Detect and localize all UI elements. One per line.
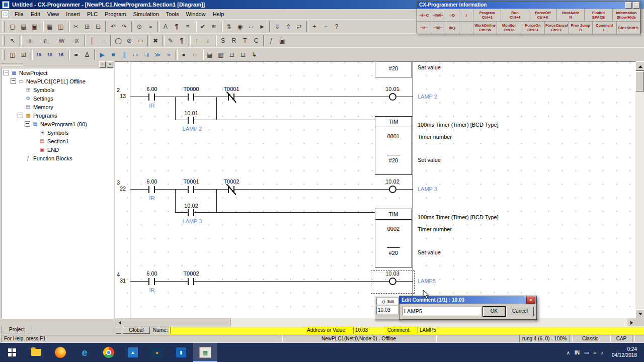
new-icon[interactable]: ▢	[7, 22, 18, 32]
output-coil[interactable]	[389, 278, 396, 285]
toolbar-grip[interactable]	[2, 36, 5, 46]
menu-item[interactable]: PLC	[84, 10, 101, 19]
symbol-table-icon[interactable]: A	[160, 22, 171, 32]
edit-comment-icon[interactable]: ✎	[165, 36, 176, 46]
tree-item-function-blocks[interactable]: ƒ Function Blocks	[2, 154, 113, 162]
print-preview-icon[interactable]: ◫	[55, 22, 66, 32]
copy-icon[interactable]: ⊞	[82, 22, 93, 32]
show-annotations-icon[interactable]: ▥	[215, 50, 226, 60]
new-coil-icon[interactable]: ◯	[113, 36, 124, 46]
volume-icon[interactable]: ♪	[601, 350, 603, 355]
watch-window-icon[interactable]: ≍	[70, 50, 82, 60]
redo-icon[interactable]: ↷	[119, 22, 130, 32]
step-over-icon[interactable]: ⇉	[141, 50, 152, 60]
tree-item-symbols[interactable]: ⊞ Symbols	[2, 85, 113, 94]
comment-field[interactable]: LAMP5	[418, 327, 644, 334]
contact[interactable]	[188, 117, 194, 124]
new-or-contact-icon[interactable]: ⊣W	[52, 36, 67, 46]
menu-item[interactable]: File	[11, 10, 27, 19]
new-closed-coil-icon[interactable]: ⊘	[124, 36, 135, 46]
network-icon[interactable]: ≈	[593, 350, 596, 355]
monitor-hex-icon[interactable]: ⊟	[237, 50, 249, 60]
selection-arrow-icon[interactable]: ↖	[7, 36, 18, 46]
new-closed-or-contact-icon[interactable]: ⊣X	[67, 36, 83, 46]
address-field[interactable]: 10.03	[353, 327, 385, 334]
taskbar-file-explorer[interactable]	[24, 343, 48, 362]
dialog-titlebar[interactable]: Edit Comment (1/1) : 10.03 ×	[399, 296, 536, 304]
taskbar-blue-app[interactable]: ▮	[169, 343, 193, 362]
toolbar-separator[interactable]	[262, 36, 266, 46]
toolbar-separator[interactable]	[29, 50, 33, 60]
zoom-out-icon[interactable]: −	[320, 22, 331, 32]
watch-handle[interactable]	[116, 327, 121, 334]
show-rung-comments-icon[interactable]: ▤	[204, 50, 215, 60]
toolbar-separator[interactable]	[40, 22, 44, 32]
contact[interactable]	[188, 94, 194, 101]
tree-item-section1[interactable]: ▤ Section1	[2, 137, 113, 145]
contact[interactable]	[148, 186, 155, 193]
tile-windows-icon[interactable]: ⊞	[18, 50, 29, 60]
tree-item-settings[interactable]: ⚙ Settings	[2, 94, 113, 103]
start-button[interactable]	[0, 343, 24, 362]
decimal-format-icon[interactable]: 10	[44, 50, 55, 60]
transfer-to-plc-icon[interactable]: ⇓	[272, 22, 283, 32]
hex-format-icon[interactable]: 16	[55, 50, 66, 60]
dock-icon[interactable]: ▫	[99, 61, 106, 68]
menu-item[interactable]: Tools	[163, 10, 183, 19]
tree-item-program-symbols[interactable]: ⊞ Symbols	[2, 128, 113, 137]
toolbar-separator[interactable]	[213, 36, 217, 46]
ladder-diagram-canvas[interactable]: #20 Set value 2 13 6.00 IR T0000 T0001 1…	[115, 61, 635, 318]
wrap-rungs-icon[interactable]: ↳	[249, 50, 260, 60]
open-icon[interactable]: ▤	[18, 22, 29, 32]
continuous-step-run-icon[interactable]: ≫	[152, 50, 163, 60]
contact[interactable]	[148, 94, 155, 101]
tim-instruction-block[interactable]: TIM 0001 #20	[375, 116, 412, 175]
menu-item[interactable]: Insert	[62, 10, 84, 19]
delete-icon[interactable]: ✖	[150, 36, 161, 46]
close-icon[interactable]: ×	[107, 61, 113, 68]
contact[interactable]	[188, 278, 194, 285]
tree-item-programs[interactable]: ▩ Programs	[2, 111, 113, 120]
new-instruction-icon[interactable]: ▭	[135, 36, 146, 46]
output-coil[interactable]	[389, 93, 396, 101]
toolbar-separator[interactable]	[219, 22, 223, 32]
taskbar-clock[interactable]: 0:24 04/12/2018	[608, 346, 641, 358]
tree-item-newprogram1[interactable]: ▦ NewProgram1 (00)	[2, 120, 113, 128]
taskbar-cx-programmer[interactable]: ▦	[193, 343, 217, 362]
taskbar-chrome[interactable]	[97, 343, 121, 362]
comment-input[interactable]: LAMP5	[402, 307, 481, 316]
menu-item[interactable]: Window	[183, 10, 209, 19]
differential-up-icon[interactable]: ↑	[191, 36, 202, 46]
close-icon[interactable]: ×	[633, 2, 639, 9]
pause-simulation-icon[interactable]: ∥	[119, 50, 130, 60]
taskbar-media-app[interactable]: ●	[145, 343, 169, 362]
toolbar-separator[interactable]	[187, 36, 191, 46]
tree-item-end[interactable]: ▣ END	[2, 145, 113, 154]
tim-instruction-block[interactable]: TIM 0002 #20	[375, 209, 412, 267]
toolbar-separator[interactable]	[305, 22, 309, 32]
toolbar-separator[interactable]	[146, 36, 150, 46]
close-icon[interactable]: ×	[526, 297, 535, 304]
undo-icon[interactable]: ↶	[108, 22, 119, 32]
tray-expand-icon[interactable]: ∧	[567, 350, 570, 355]
run-mode-icon[interactable]: ►	[257, 22, 268, 32]
reset-instruction-icon[interactable]: R	[228, 36, 239, 46]
toolbar-grip[interactable]	[2, 22, 5, 32]
toolbar-grip[interactable]	[2, 50, 5, 60]
new-contact-icon[interactable]: ⊣⊢	[22, 36, 37, 46]
toolbar-separator[interactable]	[193, 22, 197, 32]
scan-run-icon[interactable]: »	[163, 50, 174, 60]
rung-comment-icon[interactable]: ¶	[176, 36, 187, 46]
horizontal-scroll-thumb[interactable]	[124, 318, 230, 326]
compile-icon[interactable]: ✔	[197, 22, 208, 32]
toolbar-separator[interactable]	[93, 50, 97, 60]
info-window-titlebar[interactable]: CX-Programmer Information ▫ ×	[417, 2, 640, 9]
display-icon[interactable]: ▭	[584, 350, 589, 355]
differential-monitor-icon[interactable]: Δ	[82, 50, 93, 60]
ok-button[interactable]: OK	[483, 307, 505, 316]
stop-simulation-icon[interactable]: ■	[108, 50, 119, 60]
compile-all-icon[interactable]: ≋	[208, 22, 219, 32]
closed-contact[interactable]	[228, 186, 234, 193]
toolbar-separator[interactable]	[200, 50, 204, 60]
work-online-icon[interactable]: ⇅	[223, 22, 234, 32]
